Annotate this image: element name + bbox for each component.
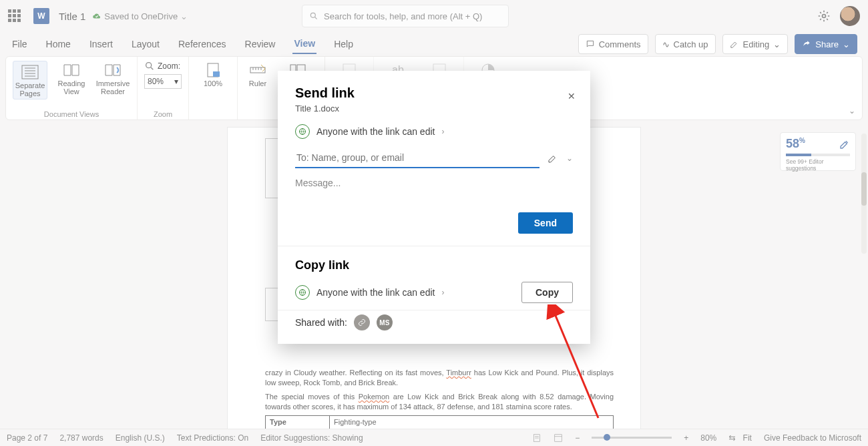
copy-permission-text: Anyone with the link can edit [316, 287, 435, 298]
copy-link-title: Copy link [278, 246, 590, 275]
dialog-title: Send link [278, 71, 590, 101]
send-link-dialog: Send link Title 1.docx ✕ Anyone with the… [278, 71, 590, 344]
chevron-right-icon: › [441, 288, 444, 297]
pencil-icon[interactable] [548, 153, 558, 164]
close-icon[interactable]: ✕ [568, 91, 576, 101]
recipients-input[interactable] [295, 148, 539, 168]
shared-user-badge[interactable]: MS [377, 314, 393, 330]
globe-icon [295, 285, 310, 300]
shared-with-label: Shared with: [295, 317, 347, 328]
globe-icon [295, 124, 310, 139]
permission-text: Anyone with the link can edit [316, 126, 435, 137]
chevron-down-icon[interactable]: ⌄ [566, 154, 573, 163]
chevron-right-icon: › [441, 127, 444, 136]
link-permission-row[interactable]: Anyone with the link can edit › [278, 120, 590, 143]
copy-button[interactable]: Copy [521, 282, 573, 303]
shared-link-badge[interactable] [354, 314, 370, 330]
copy-permission-row[interactable]: Anyone with the link can edit › [295, 285, 444, 300]
send-button[interactable]: Send [518, 212, 573, 234]
dialog-filename: Title 1.docx [278, 101, 590, 120]
shared-with-row: Shared with: MS [278, 310, 590, 334]
message-input[interactable]: Message... [295, 178, 573, 188]
